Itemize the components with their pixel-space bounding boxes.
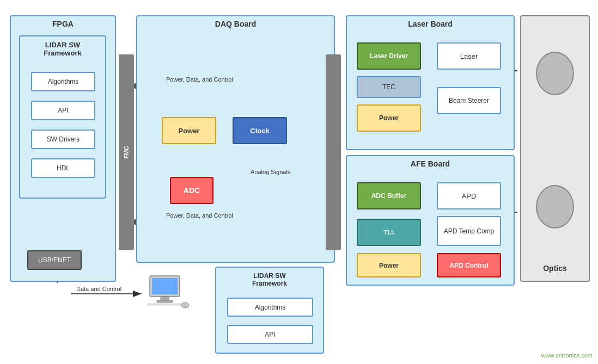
sw-drivers-box: SW Drivers [31,129,95,149]
laser-label: Laser [460,52,478,60]
laser-board: Laser Board Laser Driver TEC Power Laser… [346,15,515,150]
computer-icon [147,275,191,310]
fmc-connector: FMC [119,54,134,250]
algorithms2-box: Algorithms [227,298,313,317]
power-daq-box: Power [162,117,216,144]
fmc-connector-2 [326,54,341,250]
power-afe-label: Power [379,262,399,269]
adc-label: ADC [184,186,200,195]
power-laser-box: Power [357,104,421,132]
fpga-label: FPGA [52,20,74,28]
api-label: API [58,107,68,114]
power-daq-label: Power [178,127,199,135]
algorithms2-label: Algorithms [255,304,286,311]
lidar-sw-framework-label: LIDAR SWFramework [44,41,81,57]
algorithms-box: Algorithms [31,72,95,91]
apd-temp-comp-box: APD Temp Comp [437,216,501,246]
hdl-box: HDL [31,158,95,178]
optic-bottom [536,185,574,229]
api-box: API [31,101,95,120]
tec-label: TEC [382,83,395,91]
diagram: FPGA LIDAR SWFramework Algorithms API SW… [0,0,598,364]
sw-drivers-label: SW Drivers [47,135,80,143]
daq-label: DAQ Board [215,20,256,28]
laser-driver-label: Laser Driver [370,52,408,60]
beam-steerer-box: Beam Steerer [437,87,501,114]
tia-box: TIA [357,219,421,246]
optic-top [536,52,574,95]
power-afe-box: Power [357,253,421,277]
api2-label: API [265,331,275,338]
analog-signals-label: Analog Signals [251,169,290,175]
api2-box: API [227,325,313,344]
afe-board: AFE Board ADC Buffer APD TIA APD Temp Co… [346,155,515,286]
apd-temp-comp-label: APD Temp Comp [444,227,494,235]
adc-box: ADC [170,177,213,204]
lidar-sw-framework-bottom-label: LIDAR SWFramework [252,272,287,287]
hdl-label: HDL [57,164,70,172]
clock-label: Clock [250,127,269,135]
fmc-label: FMC [123,146,130,159]
algorithms-label: Algorithms [48,78,79,85]
adc-buffer-box: ADC Buffer [357,182,421,209]
lidar-sw-framework-bottom-board: LIDAR SWFramework Algorithms API [215,267,324,354]
afe-board-label: AFE Board [411,159,450,168]
clock-box: Clock [233,117,287,144]
laser-box: Laser [437,42,501,70]
svg-rect-18 [157,300,173,303]
daq-board: DAQ Board Power Clock ADC [136,15,335,263]
data-and-control-label: Data and Control [76,286,121,292]
usb-enet-box: USB/ENET [27,250,82,270]
power-data-control-bottom-label: Power, Data, and Control [166,212,233,219]
apd-control-label: APD Control [449,262,488,269]
optics-label: Optics [543,264,567,273]
tia-label: TIA [383,229,394,237]
optics-board: Optics [520,15,590,282]
beam-steerer-label: Beam Steerer [449,97,489,104]
watermark: www.cntronics.com [541,352,593,359]
apd-control-box: APD Control [437,253,501,277]
tec-box: TEC [357,76,421,98]
lidar-sw-framework-box: LIDAR SWFramework Algorithms API SW Driv… [19,35,106,199]
svg-rect-16 [152,278,178,294]
usb-enet-label: USB/ENET [38,256,71,264]
laser-driver-box: Laser Driver [357,42,421,70]
adc-buffer-label: ADC Buffer [371,192,407,200]
laser-board-label: Laser Board [408,20,453,28]
apd-box: APD [437,182,501,209]
power-laser-label: Power [379,114,399,122]
power-data-control-top-label: Power, Data, and Control [166,76,233,83]
apd-label: APD [462,192,477,200]
fpga-board: FPGA LIDAR SWFramework Algorithms API SW… [10,15,116,282]
